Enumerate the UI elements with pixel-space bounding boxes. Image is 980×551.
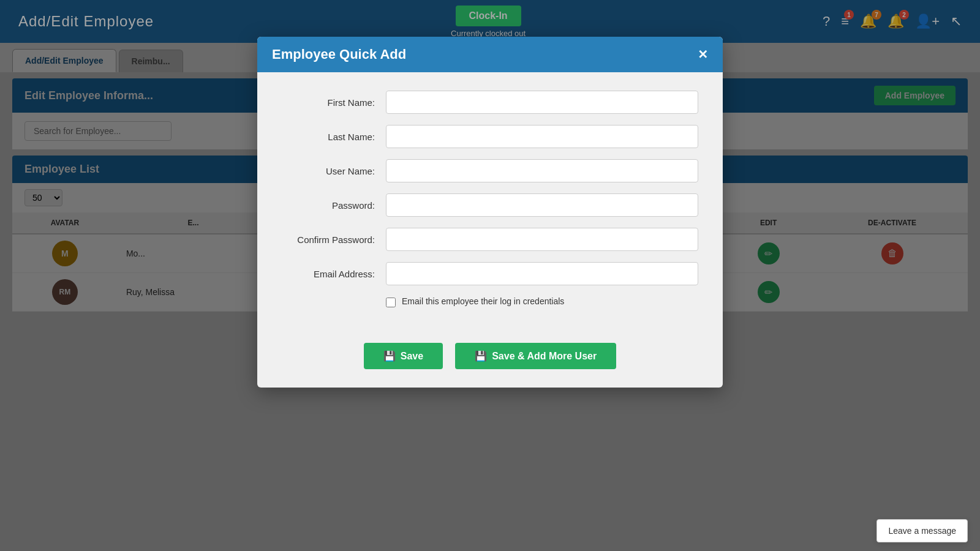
last-name-input[interactable]	[386, 125, 698, 148]
modal-header: Employee Quick Add ✕	[257, 37, 723, 72]
save-icon: 💾	[383, 350, 396, 362]
first-name-input[interactable]	[386, 91, 698, 114]
confirm-password-input[interactable]	[386, 228, 698, 251]
leave-message-bubble[interactable]: Leave a message	[876, 519, 968, 542]
email-credentials-row: Email this employee their log in credent…	[282, 296, 698, 307]
modal-overlay: Employee Quick Add ✕ First Name: Last Na…	[0, 0, 980, 551]
first-name-label: First Name:	[282, 97, 386, 108]
user-name-label: User Name:	[282, 166, 386, 176]
email-credentials-label: Email this employee their log in credent…	[402, 296, 564, 306]
user-name-row: User Name:	[282, 159, 698, 182]
save-button[interactable]: 💾 Save	[364, 343, 443, 369]
save-more-label: Save & Add More User	[492, 351, 597, 362]
modal-footer: 💾 Save 💾 Save & Add More User	[257, 337, 723, 388]
save-label: Save	[401, 351, 423, 362]
confirm-password-row: Confirm Password:	[282, 228, 698, 251]
confirm-password-label: Confirm Password:	[282, 234, 386, 245]
first-name-row: First Name:	[282, 91, 698, 114]
save-more-icon: 💾	[475, 350, 487, 362]
modal-close-button[interactable]: ✕	[698, 48, 708, 61]
password-input[interactable]	[386, 193, 698, 217]
modal-title: Employee Quick Add	[272, 47, 406, 62]
email-input[interactable]	[386, 262, 698, 285]
email-row: Email Address:	[282, 262, 698, 285]
save-add-more-button[interactable]: 💾 Save & Add More User	[455, 343, 616, 369]
modal-body: First Name: Last Name: User Name: Passwo…	[257, 72, 723, 337]
password-row: Password:	[282, 193, 698, 217]
last-name-row: Last Name:	[282, 125, 698, 148]
password-label: Password:	[282, 200, 386, 211]
employee-quick-add-modal: Employee Quick Add ✕ First Name: Last Na…	[257, 37, 723, 388]
email-label: Email Address:	[282, 269, 386, 279]
email-credentials-checkbox[interactable]	[386, 298, 396, 307]
user-name-input[interactable]	[386, 159, 698, 182]
last-name-label: Last Name:	[282, 132, 386, 142]
leave-message-text: Leave a message	[888, 526, 956, 536]
